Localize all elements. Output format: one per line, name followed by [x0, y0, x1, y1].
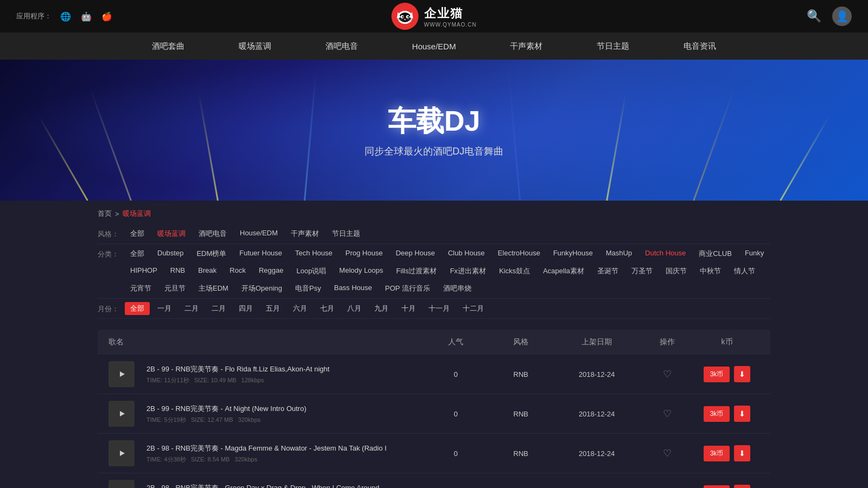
cat-mashup[interactable]: MashUp: [601, 247, 637, 260]
cat-hiphop[interactable]: HIPHOP: [125, 265, 163, 278]
song-download-btn-0[interactable]: ⬇: [734, 366, 750, 382]
nav-item-houseedm[interactable]: House/EDM: [407, 33, 462, 60]
cat-funky[interactable]: Funky: [739, 247, 769, 260]
month-11[interactable]: 十一月: [423, 302, 455, 315]
table-row: 2B - 98 - RNB完美节奏 - Magda Femme & Nowato…: [98, 434, 770, 473]
cat-fills[interactable]: Fills过渡素材: [391, 265, 442, 278]
month-1[interactable]: 一月: [152, 302, 177, 315]
cat-electrohouse[interactable]: ElectroHouse: [493, 247, 546, 260]
cat-edm[interactable]: EDM榜单: [191, 247, 232, 260]
cat-deephouse[interactable]: Deep House: [390, 247, 440, 260]
song-date-2: 2018-12-24: [553, 450, 640, 458]
svg-point-5: [407, 16, 409, 18]
cat-dubstep[interactable]: Dubstep: [152, 247, 189, 260]
cat-dutchhouse[interactable]: Dutch House: [640, 247, 691, 260]
cat-techhouse[interactable]: Tech House: [290, 247, 338, 260]
song-price-btn-0[interactable]: 3k币: [704, 367, 730, 382]
cat-reggae[interactable]: Reggae: [253, 265, 289, 278]
month-9[interactable]: 九月: [369, 302, 394, 315]
android-icon[interactable]: 🤖: [79, 9, 94, 24]
month-10[interactable]: 十月: [396, 302, 421, 315]
month-filter-tags: 全部 一月 二月 二月 四月 五月 六月 七月 八月 九月 十月 十一月 十二月: [125, 302, 770, 315]
month-8[interactable]: 八月: [342, 302, 367, 315]
month-7[interactable]: 七月: [315, 302, 340, 315]
month-4[interactable]: 四月: [233, 302, 258, 315]
cat-futuehouse[interactable]: Futuer House: [234, 247, 288, 260]
song-price-btn-3[interactable]: 3k币: [704, 485, 730, 489]
cat-zhuchang[interactable]: 主场EDM: [193, 282, 234, 295]
cat-opening[interactable]: 开场Opening: [236, 282, 288, 295]
nav-item-ganshengsu[interactable]: 干声素材: [505, 33, 548, 60]
cat-fx[interactable]: Fx进出素材: [444, 265, 491, 278]
main-content: 首页 > 暖场蓝调 风格： 全部 暖场蓝调 酒吧电音 House/EDM 干声素…: [0, 201, 868, 488]
song-download-btn-3[interactable]: ⬇: [734, 485, 750, 488]
song-play-btn-2[interactable]: [108, 440, 135, 466]
nav-item-jieritheme[interactable]: 节日主题: [591, 33, 635, 60]
breadcrumb-home[interactable]: 首页: [98, 209, 112, 219]
song-download-btn-2[interactable]: ⬇: [734, 445, 750, 461]
cat-kicks[interactable]: Kicks鼓点: [494, 265, 535, 278]
style-tag-all[interactable]: 全部: [125, 227, 150, 240]
month-6[interactable]: 六月: [288, 302, 312, 315]
col-style: 风格: [488, 337, 553, 347]
month-all[interactable]: 全部: [125, 302, 150, 315]
cat-clubhouse[interactable]: Club House: [443, 247, 490, 260]
song-like-btn-2[interactable]: ♡: [640, 447, 694, 459]
cat-shangyeclub[interactable]: 商业CLUB: [693, 247, 737, 260]
cat-basshouse[interactable]: Bass House: [329, 282, 378, 295]
cat-pop[interactable]: POP 流行音乐: [380, 282, 436, 295]
cat-acapella[interactable]: Acapella素材: [538, 265, 590, 278]
song-price-btn-1[interactable]: 3k币: [704, 406, 730, 422]
header-left: 应用程序： 🌐 🤖 🍎: [16, 9, 114, 24]
cat-zhongqiu[interactable]: 中秋节: [694, 265, 726, 278]
cat-proghouse[interactable]: Prog House: [340, 247, 388, 260]
nav-item-jiubadianyin[interactable]: 酒吧电音: [320, 33, 363, 60]
style-tag-nuanchanglandiao[interactable]: 暖场蓝调: [152, 227, 191, 240]
cat-yuanxiao[interactable]: 元宵节: [125, 282, 157, 295]
song-style-1: RNB: [488, 410, 553, 418]
cat-psy[interactable]: 电音Psy: [290, 282, 327, 295]
cat-rnb[interactable]: RNB: [165, 265, 190, 278]
cat-loop[interactable]: Loop说唱: [291, 265, 331, 278]
style-tag-ganshengsu[interactable]: 干声素材: [285, 227, 324, 240]
nav-item-jiubataoquan[interactable]: 酒吧套曲: [146, 33, 190, 60]
song-meta-2: TIME: 4分38秒 SIZE: 8.54 MB 320kbps: [146, 455, 423, 464]
style-filter-tags: 全部 暖场蓝调 酒吧电音 House/EDM 干声素材 节日主题: [125, 227, 770, 240]
month-12[interactable]: 十二月: [457, 302, 489, 315]
cat-qiren[interactable]: 情人节: [729, 265, 761, 278]
cat-all[interactable]: 全部: [125, 247, 150, 260]
cat-break[interactable]: Break: [193, 265, 222, 278]
cat-melody[interactable]: Melody Loops: [334, 265, 388, 278]
month-5[interactable]: 五月: [260, 302, 285, 315]
song-style-0: RNB: [488, 370, 553, 378]
style-tag-houseedm[interactable]: House/EDM: [234, 227, 283, 240]
apple-icon[interactable]: 🍎: [99, 9, 114, 24]
user-avatar[interactable]: 👤: [832, 7, 852, 26]
song-price-area-3: 3k币 ⬇: [694, 485, 760, 488]
style-tag-jiubadianyin[interactable]: 酒吧电音: [193, 227, 232, 240]
song-play-btn-3[interactable]: [108, 480, 135, 488]
cat-halloween[interactable]: 万圣节: [626, 265, 658, 278]
style-tag-jieritheme[interactable]: 节日主题: [327, 227, 366, 240]
breadcrumb: 首页 > 暖场蓝调: [98, 201, 770, 224]
song-like-btn-1[interactable]: ♡: [640, 408, 694, 420]
song-price-btn-2[interactable]: 3k币: [704, 446, 730, 461]
search-button[interactable]: 🔍: [807, 9, 821, 23]
nav-item-dianyinnews[interactable]: 电音资讯: [678, 33, 722, 60]
song-like-btn-0[interactable]: ♡: [640, 368, 694, 380]
song-list: 2B - 99 - RNB完美节奏 - Flo Rida ft.Liz Elia…: [98, 355, 770, 488]
song-play-btn-1[interactable]: [108, 401, 135, 427]
song-download-btn-1[interactable]: ⬇: [734, 406, 750, 422]
cat-guoqing[interactable]: 国庆节: [660, 265, 692, 278]
cat-rock[interactable]: Rock: [224, 265, 251, 278]
web-icon[interactable]: 🌐: [58, 9, 73, 24]
col-date: 上架日期: [553, 337, 640, 347]
cat-christmas[interactable]: 圣诞节: [592, 265, 624, 278]
month-2[interactable]: 二月: [179, 302, 204, 315]
month-3[interactable]: 二月: [206, 302, 231, 315]
song-play-btn-0[interactable]: [108, 361, 135, 387]
cat-chuanshao[interactable]: 酒吧串烧: [438, 282, 477, 295]
nav-item-nuanchanglandiao[interactable]: 暖场蓝调: [233, 33, 277, 60]
cat-yuandan[interactable]: 元旦节: [159, 282, 191, 295]
cat-funkyhouse[interactable]: FunkyHouse: [548, 247, 598, 260]
